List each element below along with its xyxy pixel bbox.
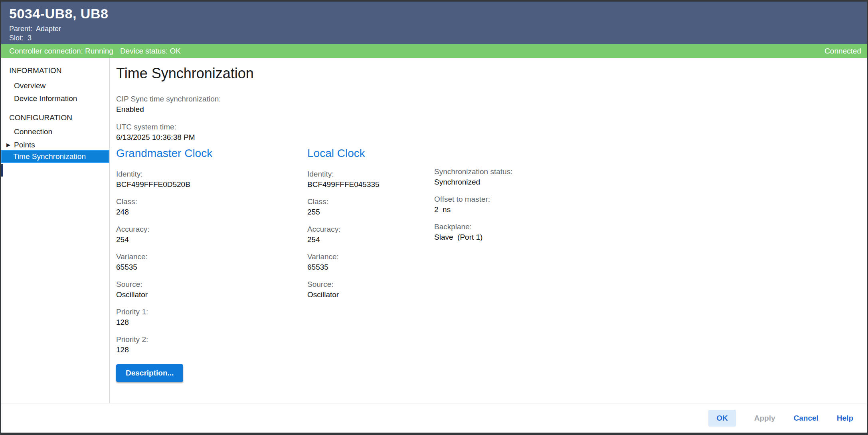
field-value: 128 xyxy=(116,317,212,328)
field-value: 254 xyxy=(307,234,380,245)
cancel-button[interactable]: Cancel xyxy=(794,414,819,423)
gm-identity-field: Identity: BCF499FFFE0D520B xyxy=(116,169,212,190)
gm-source-field: Source: Oscillator xyxy=(116,279,212,300)
sidebar-section-information: INFORMATION xyxy=(9,66,62,75)
field-value: 254 xyxy=(116,234,212,245)
field-value: Synchronized xyxy=(434,177,512,187)
time-sync-panel: Time Synchronization CIP Sync time synch… xyxy=(110,58,867,403)
sync-status-section: Synchronization status: Synchronized Off… xyxy=(434,167,512,249)
field-label: Synchronization status: xyxy=(434,167,512,177)
device-header: 5034-UB8, UB8 Parent: Adapter Slot: 3 xyxy=(1,2,867,44)
field-label: Priority 2: xyxy=(116,334,212,345)
field-value: 255 xyxy=(307,207,380,217)
grandmaster-clock-section: Grandmaster Clock Identity: BCF499FFFE0D… xyxy=(116,146,212,382)
field-value: 128 xyxy=(116,345,212,355)
field-label: Offset to master: xyxy=(434,194,512,205)
field-label: Variance: xyxy=(307,252,380,262)
field-label: Class: xyxy=(116,197,212,207)
field-label: UTC system time: xyxy=(116,122,195,132)
local-identity-field: Identity: BCF499FFFE045335 xyxy=(307,169,380,190)
description-button[interactable]: Description... xyxy=(116,364,183,382)
field-value: 65535 xyxy=(116,262,212,272)
field-label: Variance: xyxy=(116,252,212,262)
local-clock-section: Local Clock Identity: BCF499FFFE045335 C… xyxy=(307,146,380,307)
points-expand-icon[interactable]: ▶ xyxy=(6,140,10,150)
field-value: BCF499FFFE0D520B xyxy=(116,179,212,190)
field-label: Source: xyxy=(116,279,212,290)
utc-time-field: UTC system time: 6/13/2025 10:36:38 PM xyxy=(116,122,195,143)
sidebar-nav: INFORMATION Overview Device Information … xyxy=(1,58,110,403)
field-value: Oscillator xyxy=(307,290,380,300)
field-value: 6/13/2025 10:36:38 PM xyxy=(116,132,195,143)
local-class-field: Class: 255 xyxy=(307,197,380,217)
field-label: Accuracy: xyxy=(116,224,212,234)
field-label: Priority 1: xyxy=(116,307,212,317)
field-label: Source: xyxy=(307,279,380,290)
grandmaster-clock-heading: Grandmaster Clock xyxy=(116,146,212,161)
field-value: BCF499FFFE045335 xyxy=(307,179,380,190)
field-label: Class: xyxy=(307,197,380,207)
field-value: Enabled xyxy=(116,104,221,115)
device-properties-window: 5034-UB8, UB8 Parent: Adapter Slot: 3 Co… xyxy=(0,0,868,435)
connection-state: Connected xyxy=(825,47,861,56)
gm-priority1-field: Priority 1: 128 xyxy=(116,307,212,328)
field-label: Identity: xyxy=(116,169,212,179)
apply-button[interactable]: Apply xyxy=(754,414,775,423)
field-value: 65535 xyxy=(307,262,380,272)
device-status: Device status: OK xyxy=(120,47,181,56)
backplane-field: Backplane: Slave (Port 1) xyxy=(434,222,512,242)
cip-sync-field: CIP Sync time synchronization: Enabled xyxy=(116,94,221,115)
controller-connection-status: Controller connection: Running xyxy=(9,47,113,56)
field-label: Identity: xyxy=(307,169,380,179)
sidebar-item-time-synchronization[interactable]: Time Synchronization xyxy=(1,150,109,163)
field-value: 2 ns xyxy=(434,205,512,215)
gm-class-field: Class: 248 xyxy=(116,197,212,217)
sidebar-item-points[interactable]: Points xyxy=(14,140,35,150)
sidebar-item-overview[interactable]: Overview xyxy=(14,81,45,91)
dialog-footer: OK Apply Cancel Help xyxy=(1,403,867,433)
field-value: 248 xyxy=(116,207,212,217)
sidebar-item-connection[interactable]: Connection xyxy=(14,127,52,137)
device-parent: Parent: Adapter xyxy=(9,24,867,34)
ok-button[interactable]: OK xyxy=(708,410,736,427)
local-source-field: Source: Oscillator xyxy=(307,279,380,300)
status-bar: Controller connection: Running Device st… xyxy=(1,44,867,58)
device-title: 5034-UB8, UB8 xyxy=(9,6,867,22)
local-clock-heading: Local Clock xyxy=(307,146,380,161)
local-variance-field: Variance: 65535 xyxy=(307,252,380,272)
gm-priority2-field: Priority 2: 128 xyxy=(116,334,212,355)
main-area: INFORMATION Overview Device Information … xyxy=(1,58,867,403)
field-label: Accuracy: xyxy=(307,224,380,234)
gm-variance-field: Variance: 65535 xyxy=(116,252,212,272)
sync-status-field: Synchronization status: Synchronized xyxy=(434,167,512,187)
page-title: Time Synchronization xyxy=(116,64,254,83)
device-slot: Slot: 3 xyxy=(9,34,867,43)
sidebar-scroll-accent xyxy=(1,164,3,177)
field-label: Backplane: xyxy=(434,222,512,232)
gm-accuracy-field: Accuracy: 254 xyxy=(116,224,212,245)
offset-to-master-field: Offset to master: 2 ns xyxy=(434,194,512,215)
field-value: Oscillator xyxy=(116,290,212,300)
sidebar-item-device-information[interactable]: Device Information xyxy=(14,94,77,103)
field-value: Slave (Port 1) xyxy=(434,232,512,242)
help-button[interactable]: Help xyxy=(837,414,853,423)
field-label: CIP Sync time synchronization: xyxy=(116,94,221,104)
sidebar-section-configuration: CONFIGURATION xyxy=(9,113,72,123)
local-accuracy-field: Accuracy: 254 xyxy=(307,224,380,245)
